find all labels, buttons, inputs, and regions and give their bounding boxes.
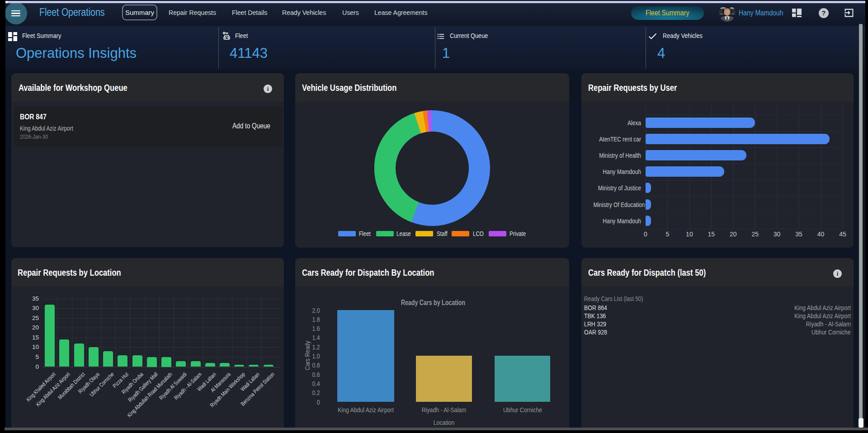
svg-text:?: ? xyxy=(822,9,826,17)
svg-text:OW: OW xyxy=(730,7,734,9)
svg-text:INTE: INTE xyxy=(720,7,726,9)
